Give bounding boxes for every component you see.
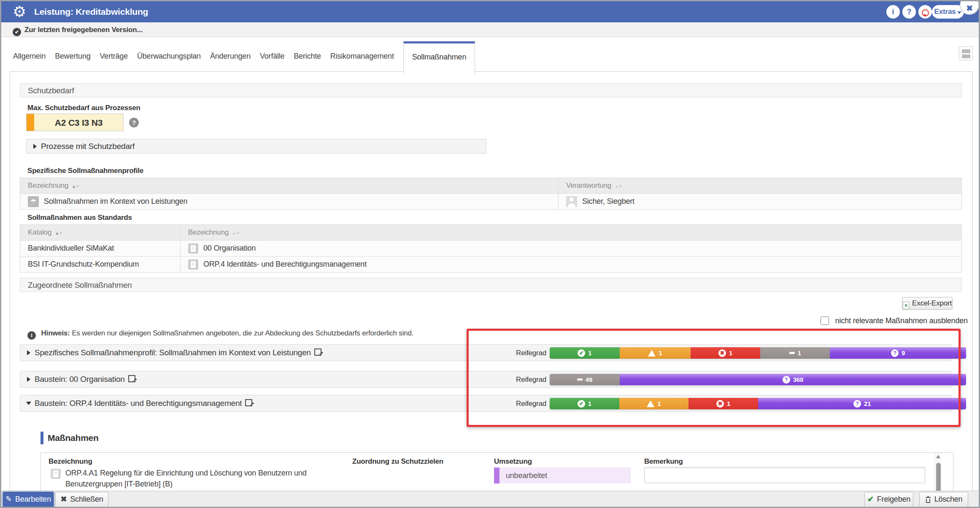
x-circle-icon: ✖ (716, 400, 724, 408)
badge-help-icon[interactable]: ? (129, 118, 139, 127)
chevron-down-icon (26, 402, 31, 405)
trash-icon (925, 496, 931, 503)
external-link-icon[interactable]: ↗ (245, 399, 252, 406)
close-x-icon: ✖ (60, 495, 67, 503)
segment-teilweise: !1 (619, 398, 688, 409)
segment-erfuellt: ✔1 (550, 398, 619, 409)
reifegrad-bar: 49 ?368 (550, 374, 966, 385)
badge-color-strip (27, 114, 34, 131)
layout-toggle-button[interactable] (959, 46, 973, 60)
standards-table-label: Sollmaßnahmen aus Standards (27, 213, 132, 222)
application-window: ⚙ Leistung: Kreditabwicklung i ? Extras … (0, 0, 980, 508)
reifegrad-label: Reifegrad (502, 371, 546, 388)
x-circle-icon: ✖ (718, 349, 726, 357)
column-header-bezeichnung[interactable]: Bezeichnung▲▼ (20, 178, 559, 194)
segment-offen: ?368 (620, 374, 966, 385)
info-circle-icon: i (27, 331, 36, 340)
help-icon[interactable]: ? (902, 5, 916, 19)
info-icon[interactable]: i (886, 5, 900, 19)
reifegrad-bar: ✔1 !1 ✖1 ?21 (550, 398, 966, 409)
bemerkung-input[interactable] (644, 467, 925, 483)
check-icon: ✔ (867, 495, 874, 503)
question-circle-icon: ? (891, 349, 899, 357)
minus-icon (789, 352, 795, 354)
column-header-verantwortung[interactable]: Verantwortung▲▼ (559, 178, 962, 194)
segment-offen: ?21 (758, 398, 966, 409)
accordion-baustein-00-organisation[interactable]: Baustein: 00 Organisation↗ Reifegrad 49 … (20, 371, 952, 388)
check-circle-icon: ✔ (578, 349, 585, 357)
tab-aenderungen[interactable]: Änderungen (210, 41, 251, 71)
schutzbedarf-badge: A2 C3 I3 N3 (26, 113, 124, 131)
tab-berichte[interactable]: Berichte (294, 41, 321, 71)
person-icon (566, 196, 577, 207)
segment-nicht-relevant: 1 (760, 347, 830, 359)
baustein-icon (188, 243, 198, 254)
table-row[interactable]: Bankindividueller SiMaKat 00 Organisatio… (20, 240, 962, 257)
chevron-down-icon (957, 11, 961, 14)
excel-export-button[interactable]: xExcel-Export (902, 297, 953, 310)
version-bar: ✔Zur letzten freigegebenen Version... (1, 22, 979, 37)
checkbox-label: nicht relevante Maßnahmen ausblenden (835, 316, 968, 325)
extras-menu-button[interactable]: Extras (932, 5, 964, 19)
schliessen-button[interactable]: ✖Schließen (55, 492, 108, 507)
column-header-bezeichnung: Bezeichnung (49, 457, 92, 466)
max-schutzbedarf-label: Max. Schutzbedarf aus Prozessen (27, 104, 140, 112)
page-title: Leistung: Kreditabwicklung (34, 1, 148, 22)
sort-icons: ▲▼ (72, 184, 79, 189)
check-circle-icon: ✔ (13, 28, 21, 36)
profiles-table-label: Spezifische Sollmaßnahmenprofile (27, 167, 143, 175)
loeschen-button[interactable]: Löschen (919, 492, 968, 507)
reifegrad-bar: ✔1 !1 ✖1 1 ?9 (550, 347, 966, 359)
segment-offen: ?9 (830, 347, 966, 359)
action-bar: ✎Bearbeiten ✖Schließen ✔Freigeben Lösche… (1, 491, 979, 507)
profiles-table: Bezeichnung▲▼ Verantwortung▲▼ ☂Sollmaßna… (20, 178, 962, 210)
hide-irrelevant-checkbox[interactable] (821, 316, 829, 325)
tab-bewertung[interactable]: Bewertung (55, 41, 90, 71)
sort-icons: ▲▼ (615, 184, 622, 189)
massnahme-icon (51, 469, 61, 479)
column-header-katalog[interactable]: Katalog▲▼ (20, 225, 181, 240)
minus-icon (577, 378, 583, 381)
table-row[interactable]: ☂Sollmaßnahmen im Kontext von Leistungen… (20, 194, 962, 210)
tab-risikomanagement[interactable]: Risikomanagement (330, 41, 394, 71)
tab-vertraege[interactable]: Verträge (100, 41, 128, 71)
idea-bulb-icon[interactable] (918, 5, 932, 19)
segment-erfuellt: ✔1 (550, 347, 620, 359)
title-bar: ⚙ Leistung: Kreditabwicklung i ? Extras (1, 1, 979, 22)
last-released-version-link[interactable]: ✔Zur letzten freigegebenen Version... (13, 22, 143, 37)
tab-vorfaelle[interactable]: Vorfälle (260, 41, 284, 71)
umsetzung-select[interactable]: unbearbeitet (494, 467, 631, 484)
warning-triangle-icon: ! (647, 400, 654, 407)
sort-icons: ▲▼ (55, 231, 62, 235)
hint-text: i Hinweis: Es werden nur diejenigen Soll… (27, 329, 413, 340)
segment-teilweise: !1 (620, 347, 691, 359)
scroll-up-arrow[interactable] (936, 455, 940, 458)
table-row[interactable]: BSI IT-Grundschutz-Kompendium ORP.4 Iden… (20, 257, 962, 273)
freigeben-button[interactable]: ✔Freigeben (864, 492, 913, 507)
accordion-baustein-orp4[interactable]: Baustein: ORP.4 Identitäts- und Berechti… (20, 395, 952, 412)
chevron-right-icon (27, 350, 30, 355)
segment-nicht-erfuellt: ✖1 (688, 398, 759, 409)
tab-ueberwachungsplan[interactable]: Überwachungsplan (137, 41, 201, 71)
check-circle-icon: ✔ (578, 400, 585, 408)
chevron-right-icon (33, 144, 37, 149)
section-zugeordnete-sollmassnahmen: Zugeordnete Sollmaßnahmen (20, 278, 962, 292)
chevron-right-icon (27, 377, 30, 382)
scrollbar-thumb[interactable] (936, 463, 941, 492)
tab-sollmassnahmen[interactable]: Sollmaßnahmen (403, 41, 475, 74)
prozesse-mit-schutzbedarf-toggle[interactable]: Prozesse mit Schutzbedarf (26, 139, 486, 154)
question-circle-icon: ? (783, 376, 790, 384)
segment-nicht-erfuellt: ✖1 (691, 347, 761, 359)
accordion-profil-sollmassnahmen[interactable]: Spezifisches Sollmaßnahmenprofil: Sollma… (20, 344, 952, 361)
baustein-icon (188, 259, 198, 270)
tab-allgemein[interactable]: Allgemein (13, 41, 46, 71)
sort-icons: ▲▼ (232, 231, 240, 235)
external-link-icon[interactable]: ↗ (128, 375, 135, 382)
column-header-umsetzung: Umsetzung (494, 457, 532, 466)
warning-triangle-icon: ! (648, 350, 656, 357)
vertical-scrollbar[interactable] (934, 453, 942, 493)
bearbeiten-button[interactable]: ✎Bearbeiten (3, 492, 54, 507)
column-header-bezeichnung[interactable]: Bezeichnung▲▼ (181, 225, 962, 240)
reifegrad-label: Reifegrad (502, 395, 546, 412)
external-link-icon[interactable]: ↗ (314, 349, 321, 356)
